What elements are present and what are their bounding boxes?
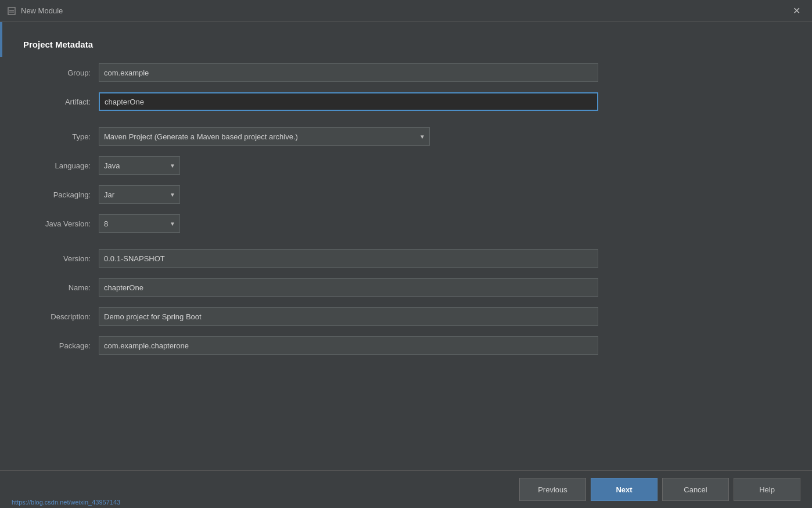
description-input[interactable] [99, 307, 598, 326]
java-version-select-wrapper: 8 11 17 21 ▼ [99, 214, 180, 233]
title-bar: New Module ✕ [0, 0, 812, 22]
section-title: Project Metadata [23, 39, 789, 49]
name-row: Name: [23, 278, 789, 297]
form-content: Project Metadata Group: Artifact: Type: … [0, 22, 812, 470]
packaging-label: Packaging: [23, 190, 99, 199]
type-select-wrapper: Maven Project (Generate a Maven based pr… [99, 127, 430, 146]
description-row: Description: [23, 307, 789, 326]
package-label: Package: [23, 341, 99, 350]
packaging-row: Packaging: Jar War ▼ [23, 185, 789, 204]
group-label: Group: [23, 69, 99, 77]
artifact-label: Artifact: [23, 98, 99, 106]
type-row: Type: Maven Project (Generate a Maven ba… [23, 127, 789, 146]
footer-link: https://blog.csdn.net/weixin_43957143 [0, 496, 132, 508]
language-select-wrapper: Java Kotlin Groovy ▼ [99, 156, 180, 175]
java-version-row: Java Version: 8 11 17 21 ▼ [23, 214, 789, 233]
svg-rect-2 [9, 12, 14, 13]
language-label: Language: [23, 161, 99, 170]
artifact-input[interactable] [99, 92, 598, 111]
version-label: Version: [23, 254, 99, 263]
name-label: Name: [23, 283, 99, 292]
package-input[interactable] [99, 336, 598, 355]
java-version-label: Java Version: [23, 219, 99, 228]
package-row: Package: [23, 336, 789, 355]
svg-rect-1 [9, 10, 14, 11]
packaging-select-wrapper: Jar War ▼ [99, 185, 180, 204]
footer: https://blog.csdn.net/weixin_43957143 Pr… [0, 470, 812, 508]
description-label: Description: [23, 312, 99, 321]
name-input[interactable] [99, 278, 598, 297]
left-accent-bar [0, 22, 2, 57]
type-label: Type: [23, 132, 99, 141]
group-input[interactable] [99, 63, 598, 82]
cancel-button[interactable]: Cancel [662, 478, 729, 501]
language-row: Language: Java Kotlin Groovy ▼ [23, 156, 789, 175]
window-title: New Module [21, 6, 788, 15]
type-select[interactable]: Maven Project (Generate a Maven based pr… [99, 127, 430, 146]
next-button[interactable]: Next [591, 478, 657, 501]
help-button[interactable]: Help [734, 478, 800, 501]
java-version-select[interactable]: 8 11 17 21 [99, 214, 180, 233]
close-button[interactable]: ✕ [788, 4, 805, 18]
group-row: Group: [23, 63, 789, 82]
packaging-select[interactable]: Jar War [99, 185, 180, 204]
new-module-window: New Module ✕ Project Metadata Group: Art… [0, 0, 812, 508]
version-row: Version: [23, 249, 789, 268]
previous-button[interactable]: Previous [519, 478, 586, 501]
svg-rect-0 [8, 8, 15, 15]
version-input[interactable] [99, 249, 598, 268]
artifact-row: Artifact: [23, 92, 789, 111]
window-icon [7, 6, 16, 16]
language-select[interactable]: Java Kotlin Groovy [99, 156, 180, 175]
